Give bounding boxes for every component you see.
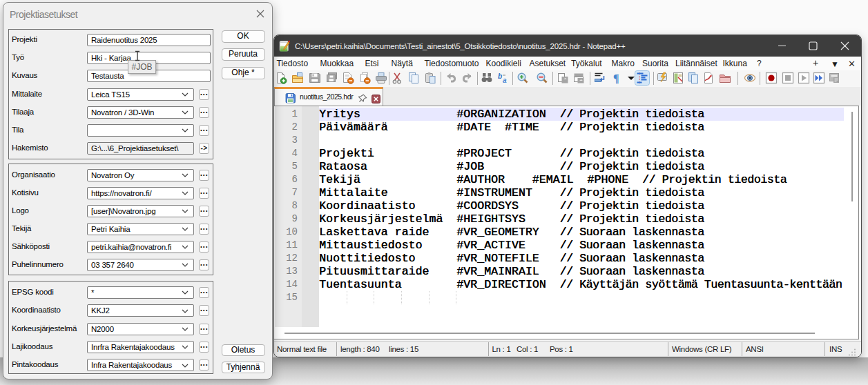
svg-text:b: b <box>498 72 502 80</box>
svg-text:¶: ¶ <box>613 72 619 83</box>
svg-text:a: a <box>503 77 507 84</box>
